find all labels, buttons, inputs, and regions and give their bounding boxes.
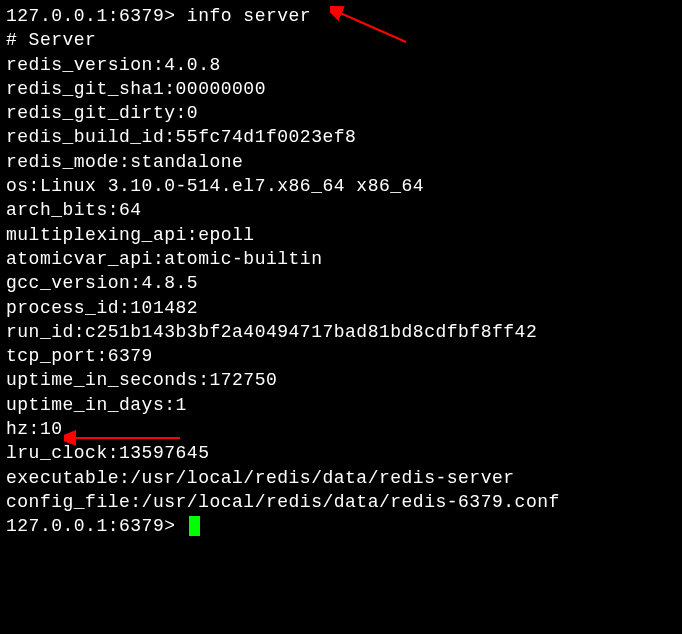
space (176, 4, 187, 28)
info-tcp-port: tcp_port:6379 (6, 344, 676, 368)
info-lru-clock: lru_clock:13597645 (6, 441, 676, 465)
info-executable: executable:/usr/local/redis/data/redis-s… (6, 466, 676, 490)
space2 (176, 514, 187, 538)
prompt-line-1[interactable]: 127.0.0.1:6379> info server (6, 4, 676, 28)
prompt-host: 127.0.0.1:6379> (6, 4, 176, 28)
info-os: os:Linux 3.10.0-514.el7.x86_64 x86_64 (6, 174, 676, 198)
prompt-host-2: 127.0.0.1:6379> (6, 514, 176, 538)
info-redis-git-dirty: redis_git_dirty:0 (6, 101, 676, 125)
command-text: info server (187, 4, 311, 28)
info-process-id: process_id:101482 (6, 296, 676, 320)
info-redis-git-sha1: redis_git_sha1:00000000 (6, 77, 676, 101)
info-atomicvar-api: atomicvar_api:atomic-builtin (6, 247, 676, 271)
prompt-line-2[interactable]: 127.0.0.1:6379> (6, 514, 676, 538)
info-uptime-in-seconds: uptime_in_seconds:172750 (6, 368, 676, 392)
info-run-id: run_id:c251b143b3bf2a40494717bad81bd8cdf… (6, 320, 676, 344)
info-arch-bits: arch_bits:64 (6, 198, 676, 222)
info-redis-mode: redis_mode:standalone (6, 150, 676, 174)
info-config-file: config_file:/usr/local/redis/data/redis-… (6, 490, 676, 514)
info-gcc-version: gcc_version:4.8.5 (6, 271, 676, 295)
info-redis-build-id: redis_build_id:55fc74d1f0023ef8 (6, 125, 676, 149)
info-multiplexing-api: multiplexing_api:epoll (6, 223, 676, 247)
info-redis-version: redis_version:4.0.8 (6, 53, 676, 77)
section-header: # Server (6, 28, 676, 52)
info-hz: hz:10 (6, 417, 676, 441)
cursor-icon (189, 516, 200, 536)
info-uptime-in-days: uptime_in_days:1 (6, 393, 676, 417)
